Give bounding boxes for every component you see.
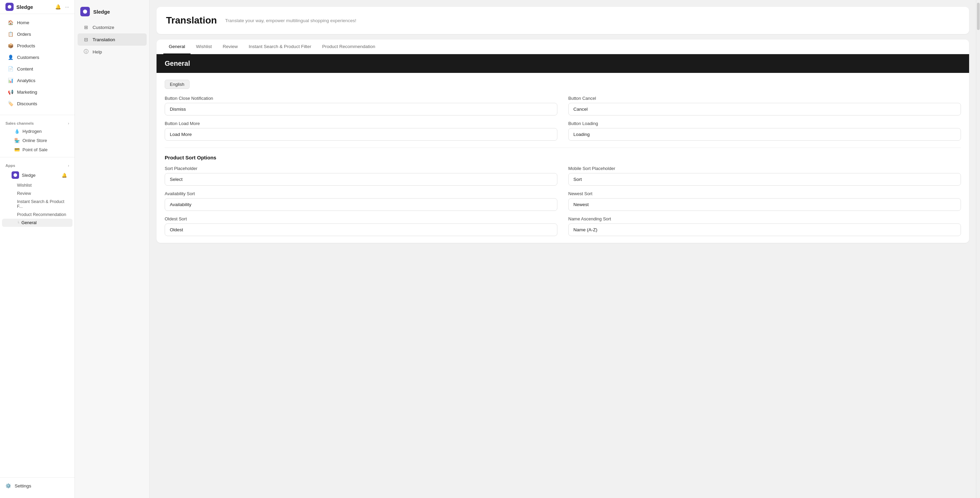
tab-wishlist[interactable]: Wishlist — [191, 40, 218, 54]
input-loading[interactable] — [568, 128, 961, 140]
input-oldest-sort[interactable] — [165, 223, 557, 236]
sidebar-leaf-wishlist[interactable]: Wishlist — [2, 181, 73, 189]
sidebar-item-settings[interactable]: ⚙️ Settings — [0, 480, 75, 491]
sidebar-item-orders-label: Orders — [17, 32, 31, 37]
app-sidebar-icon — [80, 7, 90, 16]
sidebar-item-content-label: Content — [17, 66, 33, 72]
main-content: Translation Translate your way, empower … — [150, 0, 976, 498]
app-logo: Sledge — [5, 3, 33, 11]
translation-icon: ⊟ — [83, 37, 89, 43]
sidebar-leaf-review[interactable]: Review — [2, 189, 73, 198]
more-icon[interactable]: ··· — [65, 4, 69, 10]
label-loading: Button Loading — [568, 121, 961, 126]
sidebar-leaf-product-recommendation[interactable]: Product Recommendation — [2, 211, 73, 219]
input-sort-placeholder[interactable] — [165, 173, 557, 186]
sidebar-item-customers[interactable]: 👤 Customers — [2, 51, 73, 63]
label-load-more: Button Load More — [165, 121, 557, 126]
sledge-bell-icon: 🔔 — [62, 173, 67, 178]
language-badge[interactable]: English — [165, 80, 189, 89]
form-grid-row1: Button Close Notification Button Cancel — [165, 96, 961, 115]
apps-label: Apps › — [0, 160, 75, 169]
tab-review[interactable]: Review — [218, 40, 243, 54]
separator-1 — [165, 147, 961, 148]
svg-point-0 — [8, 5, 11, 9]
sidebar-leaf-general[interactable]: └ General — [2, 219, 73, 227]
sidebar-item-products[interactable]: 📦 Products — [2, 40, 73, 51]
app-nav-translation[interactable]: ⊟ Translation — [78, 34, 147, 46]
input-button-close[interactable] — [165, 103, 557, 115]
sidebar-item-analytics-label: Analytics — [17, 78, 35, 83]
online-store-icon: 🏪 — [14, 138, 20, 143]
orders-icon: 📋 — [8, 31, 14, 37]
input-name-ascending-sort[interactable] — [568, 223, 961, 236]
form-grid-sort2: Availability Sort Newest Sort — [165, 191, 961, 211]
form-group-sort-placeholder: Sort Placeholder — [165, 166, 557, 186]
form-grid-row2: Button Load More Button Loading — [165, 121, 961, 140]
app-sidebar-header: Sledge — [75, 4, 150, 21]
divider-3 — [0, 477, 75, 477]
scrollbar-thumb — [977, 3, 980, 30]
content-card: General Wishlist Review Instant Search &… — [156, 40, 969, 243]
page-title: Translation — [166, 15, 217, 26]
topbar-actions: 🔔 ··· — [55, 4, 69, 10]
sales-channels-label: Sales channels › — [0, 118, 75, 127]
form-group-button-cancel: Button Cancel — [568, 96, 961, 115]
tab-general[interactable]: General — [163, 40, 191, 54]
sidebar-item-marketing[interactable]: 📢 Marketing — [2, 86, 73, 98]
marketing-icon: 📢 — [8, 89, 14, 95]
bell-icon[interactable]: 🔔 — [55, 4, 61, 10]
content-icon: 📄 — [8, 66, 14, 72]
sidebar-leaf-instant-search[interactable]: Instant Search & Product F... — [2, 198, 73, 211]
sidebar-item-orders[interactable]: 📋 Orders — [2, 28, 73, 40]
input-load-more[interactable] — [165, 128, 557, 140]
tab-product-recommendation[interactable]: Product Recommendation — [317, 40, 381, 54]
input-mobile-sort-placeholder[interactable] — [568, 173, 961, 186]
sidebar-item-home[interactable]: 🏠 Home — [2, 17, 73, 28]
label-name-ascending-sort: Name Ascending Sort — [568, 216, 961, 222]
app-nav-help[interactable]: ⓘ Help — [78, 46, 147, 58]
form-group-mobile-sort-placeholder: Mobile Sort Placeholder — [568, 166, 961, 186]
main-nav: 🏠 Home 📋 Orders 📦 Products 👤 Customers 📄… — [0, 14, 75, 112]
chevron-right-icon-2: › — [68, 164, 69, 168]
general-leaf-icon: └ — [17, 221, 19, 225]
sidebar-item-customers-label: Customers — [17, 55, 39, 60]
app-name: Sledge — [16, 4, 33, 10]
analytics-icon: 📊 — [8, 77, 14, 83]
input-newest-sort[interactable] — [568, 198, 961, 211]
input-availability-sort[interactable] — [165, 198, 557, 211]
section-body: English Button Close Notification Button… — [156, 73, 969, 243]
form-group-load-more: Button Load More — [165, 121, 557, 140]
divider-2 — [0, 157, 75, 157]
sidebar-item-products-label: Products — [17, 43, 35, 48]
page-subtitle: Translate your way, empower multilingual… — [225, 18, 356, 23]
app-nav-customize[interactable]: ⊞ Customize — [78, 21, 147, 34]
customers-icon: 👤 — [8, 54, 14, 60]
tab-instant-search[interactable]: Instant Search & Product Filter — [243, 40, 317, 54]
label-button-cancel: Button Cancel — [568, 96, 961, 101]
topbar: Sledge 🔔 ··· — [0, 0, 75, 14]
sidebar-item-home-label: Home — [17, 20, 29, 25]
svg-point-2 — [83, 10, 87, 14]
input-button-cancel[interactable] — [568, 103, 961, 115]
help-icon: ⓘ — [83, 49, 89, 55]
form-grid-sort1: Sort Placeholder Mobile Sort Placeholder — [165, 166, 961, 186]
discounts-icon: 🏷️ — [8, 101, 14, 107]
app-sidebar-title: Sledge — [93, 9, 110, 14]
sidebar-item-content[interactable]: 📄 Content — [2, 63, 73, 75]
sidebar-item-analytics[interactable]: 📊 Analytics — [2, 75, 73, 86]
sidebar-item-sledge[interactable]: Sledge 🔔 — [2, 169, 73, 181]
products-icon: 📦 — [8, 43, 14, 49]
sidebar-item-point-of-sale[interactable]: 💳 Point of Sale — [2, 145, 73, 154]
main-wrapper: Translation Translate your way, empower … — [150, 0, 980, 498]
customize-icon: ⊞ — [83, 24, 89, 30]
sidebar-item-discounts[interactable]: 🏷️ Discounts — [2, 98, 73, 109]
sidebar-item-hydrogen[interactable]: 💧 Hydrogen — [2, 127, 73, 136]
sidebar-item-online-store[interactable]: 🏪 Online Store — [2, 136, 73, 145]
left-sidebar: Sledge 🔔 ··· 🏠 Home 📋 Orders 📦 Products … — [0, 0, 75, 498]
form-group-oldest-sort: Oldest Sort — [165, 216, 557, 236]
label-oldest-sort: Oldest Sort — [165, 216, 557, 222]
sledge-logo-icon — [5, 3, 14, 11]
chevron-right-icon: › — [68, 121, 69, 125]
sledge-app-icon — [11, 171, 19, 179]
scrollbar-track — [976, 0, 980, 498]
